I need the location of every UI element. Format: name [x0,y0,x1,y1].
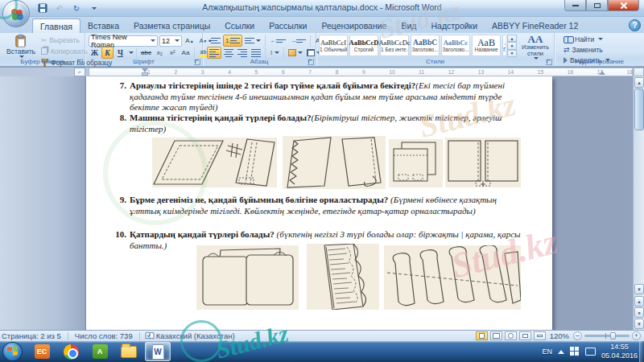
print-layout-view-button[interactable] [476,331,488,340]
strikethrough-button[interactable]: abc [139,47,153,59]
show-hidden-icons-button[interactable] [558,350,564,354]
style-title[interactable]: АаВНазвание [472,35,501,56]
language-indicator[interactable]: Казахский (Казахстан) [155,331,237,340]
superscript-button[interactable]: x² [167,47,179,59]
bold-button[interactable]: Ж [89,47,101,59]
numbering-button[interactable]: 1. [223,35,242,47]
clipboard-dialog-launcher[interactable] [76,59,83,65]
font-dialog-launcher[interactable] [194,59,200,65]
tab-vstavka[interactable]: Вставка [80,19,126,33]
taskbar-clock[interactable]: 14:55 05.04.2016 [601,343,638,360]
subscript-button[interactable]: x₂ [154,47,166,59]
select-browse-object-button[interactable]: ● [634,307,644,318]
language-tray-indicator[interactable]: EN [542,348,552,356]
line-spacing-button[interactable]: ↕ [268,47,281,59]
indent-marker-right[interactable] [599,71,605,75]
document-page[interactable]: 7. Арнаулы тігістерінің ішінде 2 тесігі … [85,76,552,330]
grow-font-button[interactable]: А▲ [184,35,196,47]
paragraph-dialog-launcher[interactable] [308,59,314,65]
stitch-diagram-1[interactable] [152,138,277,187]
display-tray-icon[interactable] [585,348,596,356]
pleat-diagram-1[interactable] [196,245,299,310]
tab-rassylki[interactable]: Рассылки [262,19,314,33]
next-page-button[interactable]: ▼ [634,319,644,329]
decrease-indent-button[interactable]: ← [268,35,287,47]
get-windows-10-icon[interactable] [570,347,580,356]
indent-marker-left[interactable] [142,72,148,76]
stitch-diagram-2[interactable] [283,136,386,189]
scroll-down-button[interactable]: ▼ [634,284,644,294]
pleat-diagram-2[interactable] [384,245,521,310]
font-name-combobox[interactable]: Times New Roman [89,35,158,47]
multilevel-list-button[interactable] [243,35,262,47]
zoom-slider[interactable] [584,335,630,337]
tab-nadstroyki[interactable]: Надстройки [423,19,485,33]
style-strict[interactable]: AaBbCcDСтрогий [349,35,378,56]
styles-dialog-launcher[interactable] [546,59,552,65]
taskbar-app-ec-button[interactable]: ЕС [29,342,55,361]
style-heading1[interactable]: AaBbCЗаголово... [411,35,440,56]
styles-scroll-down[interactable]: ▼ [507,42,517,49]
styles-gallery-more[interactable]: ▼ [507,50,517,57]
underline-dropdown-icon[interactable] [129,51,134,54]
align-center-button[interactable] [222,47,235,59]
paste-button[interactable]: Вставить [5,35,37,58]
previous-page-button[interactable]: ▲ [634,296,644,306]
align-left-button[interactable] [207,47,221,59]
scrollbar-thumb[interactable] [634,88,644,130]
tab-abbyy-finereader[interactable]: ABBYY FineReader 12 [485,19,585,33]
tab-recenzirovanie[interactable]: Рецензирование [314,19,394,33]
start-button[interactable] [2,342,23,361]
minimize-button[interactable] [564,0,586,11]
show-desktop-button[interactable] [639,341,644,362]
taskbar-explorer-button[interactable] [116,342,142,361]
style-heading2[interactable]: AaBbCcЗаголово... [441,35,470,56]
page-indicator[interactable]: Страница: 2 из 5 [0,331,63,340]
tab-razmetka[interactable]: Разметка страницы [126,19,217,33]
scroll-up-button[interactable]: ▲ [634,77,644,88]
taskbar-app-a-button[interactable]: А [87,342,113,361]
office-button[interactable] [2,0,30,27]
zoom-in-button[interactable]: + [632,331,641,340]
close-button[interactable] [608,0,639,11]
style-no-spacing[interactable]: AaBbCcDc1 Без инте... [380,35,409,56]
gather-diagram[interactable] [307,244,379,310]
taskbar-chrome-button[interactable] [58,342,84,361]
list-item-7[interactable]: 7. Арнаулы тігістерінің ішінде 2 тесігі … [109,80,524,113]
horizontal-ruler[interactable]: 12345678910111213141516171819 [89,68,633,76]
style-subtitle[interactable]: AaBbCc.Подзагол... [502,35,506,56]
maximize-button[interactable] [586,0,608,11]
web-layout-view-button[interactable] [505,331,517,340]
list-item-9[interactable]: 9. Бұрме дегеніміз не, қандай бұйымның б… [109,195,524,216]
stitch-diagram-3[interactable] [389,139,443,187]
increase-indent-button[interactable]: → [288,35,308,47]
tab-selector[interactable]: ⌐ [74,68,85,76]
taskbar-word-button[interactable]: W [145,342,171,361]
change-styles-button[interactable]: АА Изменить стили [519,35,551,57]
list-item-8[interactable]: 8. Машина тігістерінің қандай түрлері бо… [109,113,524,134]
zoom-out-button[interactable]: – [573,331,582,340]
proofing-icon[interactable] [145,331,155,340]
help-button[interactable]: ? [629,19,641,31]
fullscreen-reading-view-button[interactable] [490,331,502,340]
font-size-combobox[interactable]: 12 [159,35,182,47]
tab-ssylki[interactable]: Ссылки [217,19,262,33]
outline-view-button[interactable] [519,331,531,340]
italic-button[interactable]: К [101,47,114,59]
shading-button[interactable] [287,47,304,59]
underline-button[interactable]: Ч [114,47,126,59]
zoom-slider-thumb[interactable] [610,332,616,339]
style-normal[interactable]: AaBbCcI1 Обычный [319,35,348,56]
tab-vid[interactable]: Вид [394,19,423,33]
change-case-button[interactable]: Аа [180,47,192,59]
draft-view-button[interactable] [534,331,546,340]
zoom-level[interactable]: 120% [548,331,571,340]
styles-scroll-up[interactable]: ▲ [507,35,517,42]
stitch-diagram-4[interactable] [445,138,521,187]
tab-glavnaya[interactable]: Главная [32,19,80,33]
find-button[interactable]: Найти [561,34,613,44]
bullets-button[interactable]: • [207,35,222,47]
word-count[interactable]: Число слов: 739 [73,331,134,340]
replace-button[interactable]: ⇄Заменить [561,44,613,55]
justify-button[interactable] [250,47,262,59]
